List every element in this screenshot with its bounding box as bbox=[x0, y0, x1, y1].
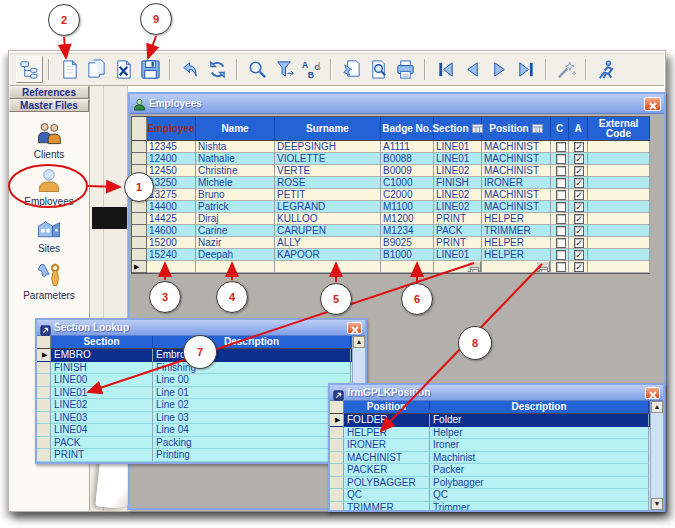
cell-name[interactable]: Deepah bbox=[196, 249, 275, 261]
employee-row[interactable]: 12450 Christine VERTE B0009 LINE02 MACHI… bbox=[132, 165, 649, 177]
cell-position-description[interactable]: QC bbox=[430, 489, 649, 502]
row-selector[interactable] bbox=[330, 464, 344, 477]
section-row[interactable]: LINE02 Line 02 bbox=[37, 399, 365, 412]
cell-badge-empty[interactable] bbox=[381, 261, 434, 273]
section-row[interactable]: LINE00 Line 00 bbox=[37, 374, 365, 387]
toolbar-button[interactable] bbox=[338, 56, 365, 83]
close-button[interactable] bbox=[347, 322, 362, 334]
position-row[interactable]: HELPER Helper bbox=[330, 427, 663, 440]
c-checkbox[interactable] bbox=[556, 166, 566, 176]
row-selector[interactable] bbox=[37, 349, 51, 362]
row-selector[interactable] bbox=[330, 439, 344, 452]
a-checkbox[interactable] bbox=[574, 202, 584, 212]
a-checkbox[interactable] bbox=[574, 154, 584, 164]
section-lookup-titlebar[interactable]: Section Lookup bbox=[37, 320, 365, 336]
cell-section[interactable]: LINE01 bbox=[434, 141, 482, 153]
column-header-position[interactable]: Position bbox=[482, 117, 551, 141]
row-selector[interactable] bbox=[37, 449, 51, 462]
cell-position-description[interactable]: Packer bbox=[430, 464, 649, 477]
cell-position[interactable]: MACHINIST bbox=[482, 141, 551, 153]
row-selector[interactable] bbox=[37, 437, 51, 450]
employee-row[interactable]: 13275 Bruno PETIT C2000 LINE02 MACHINIST bbox=[132, 189, 649, 201]
row-selector[interactable] bbox=[330, 414, 344, 427]
position-row[interactable]: PACKER Packer bbox=[330, 464, 663, 477]
c-checkbox[interactable] bbox=[556, 190, 566, 200]
position-lookup-titlebar[interactable]: frmGPLKPosition bbox=[330, 385, 663, 401]
cell-section-code[interactable]: EMBRO bbox=[51, 349, 153, 362]
cell-position-code[interactable]: QC bbox=[344, 489, 430, 502]
column-header-position[interactable]: Position bbox=[344, 401, 430, 414]
toolbar-button[interactable] bbox=[593, 56, 620, 83]
a-checkbox[interactable] bbox=[574, 190, 584, 200]
a-checkbox[interactable] bbox=[574, 238, 584, 248]
cell-badge[interactable]: B0088 bbox=[381, 153, 434, 165]
row-selector[interactable] bbox=[37, 424, 51, 437]
cell-badge[interactable]: M1100 bbox=[381, 201, 434, 213]
cell-section-description[interactable]: Packing bbox=[153, 437, 351, 450]
cell-position-code[interactable]: HELPER bbox=[344, 427, 430, 440]
employee-row[interactable]: 15200 Nazir ALLY B9025 PRINT HELPER bbox=[132, 237, 649, 249]
sidebar-item[interactable]: Sites bbox=[9, 210, 89, 257]
row-selector[interactable] bbox=[132, 153, 147, 165]
toolbar-button[interactable] bbox=[56, 56, 83, 83]
toolbar-button[interactable]: ABC bbox=[298, 56, 325, 83]
cell-employee-empty[interactable] bbox=[147, 261, 196, 273]
cell-position[interactable]: MACHINIST bbox=[482, 165, 551, 177]
cell-badge[interactable]: B9025 bbox=[381, 237, 434, 249]
row-selector[interactable] bbox=[37, 374, 51, 387]
sidebar-item[interactable]: Parameters bbox=[9, 257, 89, 304]
cell-badge[interactable]: M1200 bbox=[381, 213, 434, 225]
column-header-section[interactable]: Section bbox=[434, 117, 482, 141]
column-header-a[interactable]: A bbox=[569, 117, 588, 141]
a-checkbox[interactable] bbox=[574, 214, 584, 224]
column-header-employee[interactable]: Employee bbox=[147, 117, 196, 141]
cell-name[interactable]: Nathalie bbox=[196, 153, 275, 165]
row-selector[interactable] bbox=[330, 427, 344, 440]
cell-section[interactable]: FINISH bbox=[434, 177, 482, 189]
cell-surname[interactable]: DEEPSINGH bbox=[275, 141, 381, 153]
cell-external-code[interactable] bbox=[588, 237, 650, 249]
cell-surname[interactable]: VIOLETTE bbox=[275, 153, 381, 165]
column-header-external-code[interactable]: External Code bbox=[588, 117, 650, 141]
cell-section-description[interactable]: Finishing bbox=[153, 362, 351, 375]
employee-row[interactable]: 15240 Deepah KAPOOR B1000 LINE01 HELPER bbox=[132, 249, 649, 261]
cell-section-code[interactable]: LINE01 bbox=[51, 387, 153, 400]
cell-employee[interactable]: 15200 bbox=[147, 237, 196, 249]
cell-position-description[interactable]: Machinist bbox=[430, 452, 649, 465]
cell-surname[interactable]: VERTE bbox=[275, 165, 381, 177]
cell-position-description[interactable]: Polybagger bbox=[430, 477, 649, 490]
cell-name[interactable]: Bruno bbox=[196, 189, 275, 201]
toolbar-button[interactable] bbox=[432, 56, 459, 83]
sidebar-item[interactable]: Clients bbox=[9, 116, 89, 163]
cell-name[interactable]: Carine bbox=[196, 225, 275, 237]
cell-employee[interactable]: 14425 bbox=[147, 213, 196, 225]
cell-section-code[interactable]: FINISH bbox=[51, 362, 153, 375]
cell-position[interactable]: MACHINIST bbox=[482, 189, 551, 201]
cell-section[interactable]: LINE02 bbox=[434, 165, 482, 177]
row-selector[interactable] bbox=[132, 225, 147, 237]
section-row[interactable]: LINE04 Line 04 bbox=[37, 424, 365, 437]
cell-section[interactable]: LINE01 bbox=[434, 153, 482, 165]
cell-badge[interactable]: A1111 bbox=[381, 141, 434, 153]
a-checkbox[interactable] bbox=[574, 166, 584, 176]
cell-badge[interactable]: B1000 bbox=[381, 249, 434, 261]
toolbar-button[interactable] bbox=[137, 56, 164, 83]
c-checkbox[interactable] bbox=[556, 226, 566, 236]
cell-section[interactable]: LINE02 bbox=[434, 201, 482, 213]
cell-name[interactable]: Christine bbox=[196, 165, 275, 177]
cell-surname-empty[interactable] bbox=[275, 261, 381, 273]
row-selector[interactable] bbox=[37, 399, 51, 412]
toolbar-button[interactable] bbox=[553, 56, 580, 83]
cell-section-code[interactable]: LINE00 bbox=[51, 374, 153, 387]
cell-section[interactable]: PRINT bbox=[434, 213, 482, 225]
cell-external-code[interactable] bbox=[588, 153, 650, 165]
cell-employee[interactable]: 12450 bbox=[147, 165, 196, 177]
row-selector[interactable] bbox=[330, 452, 344, 465]
toolbar-button[interactable] bbox=[486, 56, 513, 83]
employee-row[interactable]: 14400 Patrick LEGRAND M1100 LINE02 MACHI… bbox=[132, 201, 649, 213]
employee-row[interactable]: 14600 Carine CARUPEN M1234 PACK TRIMMER bbox=[132, 225, 649, 237]
cell-surname[interactable]: PETIT bbox=[275, 189, 381, 201]
position-dropdown-button[interactable] bbox=[536, 261, 550, 272]
position-row[interactable]: FOLDER Folder bbox=[330, 414, 663, 427]
cell-position-empty[interactable] bbox=[482, 261, 551, 273]
